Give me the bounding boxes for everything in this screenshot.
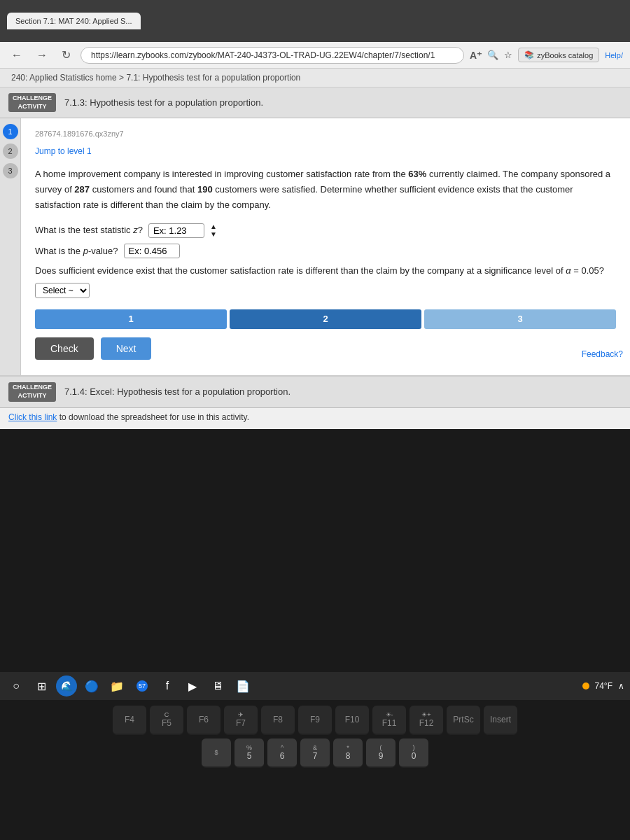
taskbar-right: 74°F ∧ [582, 681, 624, 691]
start-button[interactable]: ○ [6, 676, 27, 696]
key-6[interactable]: ^6 [267, 738, 297, 768]
taskbar-expand-icon[interactable]: ∧ [618, 681, 624, 691]
key-9[interactable]: (9 [366, 738, 396, 768]
back-button[interactable]: ← [7, 48, 27, 63]
key-f7[interactable]: ✈F7 [224, 706, 258, 735]
spinner-control[interactable]: ▲ ▼ [210, 223, 217, 238]
question-1-label: What is the test statistic z? [35, 223, 143, 238]
tab-bar: Section 7.1: MAT 240: Applied S... [7, 13, 623, 29]
taskbar: ○ ⊞ 🌊 🔵 📁 57 f ▶ 🖥 📄 74°F ∧ [0, 672, 630, 700]
key-dollar[interactable]: $ [202, 738, 231, 768]
address-bar[interactable]: https://learn.zybooks.com/zybook/MAT-240… [80, 47, 464, 64]
breadcrumb: 240: Applied Statistics home > 7.1: Hypo… [0, 69, 630, 88]
challenge-label-2: CHALLENGE ACTIVITY [8, 382, 56, 401]
challenge-title-2: 7.1.4: Excel: Hypothesis test for a popu… [64, 386, 290, 397]
side-panel: 1 2 3 [0, 118, 21, 375]
taskbar-grid-icon[interactable]: ⊞ [31, 676, 52, 696]
satisfied-count: 190 [197, 184, 213, 195]
bookmark-icon[interactable]: ☆ [504, 50, 512, 60]
p-value-input[interactable] [124, 244, 180, 258]
question-3-label: Does sufficient evidence exist that the … [35, 264, 604, 279]
zybooks-catalog-button[interactable]: 📚 zyBooks catalog [518, 48, 599, 62]
search-icon[interactable]: 🔍 [487, 50, 498, 60]
question-3-row: Does sufficient evidence exist that the … [35, 264, 616, 298]
progress-bar: 1 2 3 [35, 309, 616, 329]
jump-to-level-link[interactable]: Jump to level 1 [35, 145, 616, 158]
refresh-button[interactable]: ↻ [57, 47, 75, 63]
taskbar-files-icon[interactable]: 📁 [106, 676, 127, 696]
progress-segment-1[interactable]: 1 [35, 309, 227, 329]
test-statistic-input[interactable] [148, 223, 204, 238]
key-f6[interactable]: F6 [187, 706, 220, 735]
key-f8[interactable]: F8 [261, 706, 295, 735]
side-number-1[interactable]: 1 [3, 124, 18, 139]
spinner-down-icon[interactable]: ▼ [210, 230, 217, 238]
challenge-activity-header: CHALLENGE ACTIVITY 7.1.3: Hypothesis tes… [0, 88, 630, 118]
percent-value: 63% [408, 169, 426, 179]
taskbar-fb-icon[interactable]: f [157, 676, 178, 696]
key-f10[interactable]: F10 [335, 706, 369, 735]
spinner-up-icon[interactable]: ▲ [210, 223, 217, 230]
side-number-3[interactable]: 3 [3, 163, 18, 178]
key-f12[interactable]: ☀+F12 [410, 706, 443, 735]
active-tab[interactable]: Section 7.1: MAT 240: Applied S... [7, 13, 141, 29]
taskbar-edge-icon[interactable]: 🌊 [56, 676, 77, 696]
question-2-label: What is the p-value? [35, 244, 118, 259]
check-button[interactable]: Check [35, 337, 94, 360]
download-text: to download the spreadsheet for use in t… [59, 412, 249, 422]
problem-text: A home improvement company is interested… [35, 167, 616, 213]
evidence-select[interactable]: Select ~ Yes No [35, 283, 90, 298]
survey-count: 287 [74, 184, 90, 195]
keyboard: F4 CF5 F6 ✈F7 F8 F9 F10 ☀-F11 ☀+F12 PrtS… [0, 700, 630, 840]
activity-area: 1 2 3 287674.1891676.qx3zny7 Jump to lev… [0, 118, 630, 375]
progress-segment-2[interactable]: 2 [230, 309, 421, 329]
address-bar-row: ← → ↻ https://learn.zybooks.com/zybook/M… [0, 42, 630, 69]
question-2-row: What is the p-value? [35, 244, 616, 258]
keyboard-num-row: $ %5 ^6 &7 *8 (9 )0 [6, 738, 624, 768]
challenge-activity-header-2: CHALLENGE ACTIVITY 7.1.4: Excel: Hypothe… [0, 375, 630, 407]
challenge-label: CHALLENGE ACTIVITY [8, 93, 56, 112]
browser-chrome: Section 7.1: MAT 240: Applied S... [0, 0, 630, 42]
taskbar-badge-icon[interactable]: 57 [132, 676, 153, 696]
taskbar-doc-icon[interactable]: 📄 [232, 676, 253, 696]
question-1-row: What is the test statistic z? ▲ ▼ [35, 223, 616, 238]
key-0[interactable]: )0 [399, 738, 428, 768]
taskbar-monitor-icon[interactable]: 🖥 [207, 676, 228, 696]
download-section: Click this link to download the spreadsh… [0, 408, 630, 429]
taskbar-play-icon[interactable]: ▶ [182, 676, 203, 696]
download-spreadsheet-link[interactable]: Click this link [8, 412, 57, 422]
profile-icon: A⁺ [470, 50, 482, 61]
key-f4[interactable]: F4 [113, 706, 146, 735]
key-8[interactable]: *8 [333, 738, 363, 768]
key-prtsc[interactable]: PrtSc [447, 706, 480, 735]
help-button[interactable]: Help/ [605, 51, 623, 59]
progress-segment-3[interactable]: 3 [424, 309, 616, 329]
feedback-link[interactable]: Feedback? [582, 348, 623, 361]
forward-button[interactable]: → [32, 48, 52, 63]
activity-id: 287674.1891676.qx3zny7 [35, 128, 616, 141]
keyboard-fn-row: F4 CF5 F6 ✈F7 F8 F9 F10 ☀-F11 ☀+F12 PrtS… [6, 706, 624, 735]
taskbar-chrome-icon[interactable]: 🔵 [81, 676, 102, 696]
next-button[interactable]: Next [101, 337, 152, 360]
taskbar-badge: 57 [136, 680, 148, 692]
key-7[interactable]: &7 [300, 738, 330, 768]
weather-icon [582, 682, 589, 690]
key-f5[interactable]: CF5 [150, 706, 183, 735]
key-f9[interactable]: F9 [298, 706, 332, 735]
weather-temp: 74°F [595, 681, 612, 691]
key-5[interactable]: %5 [234, 738, 264, 768]
challenge-title: 7.1.3: Hypothesis test for a population … [64, 97, 263, 108]
button-row: Check Next [35, 337, 616, 360]
key-f11[interactable]: ☀-F11 [372, 706, 406, 735]
zybooks-icon: 📚 [524, 50, 534, 59]
toolbar-right: A⁺ 🔍 ☆ 📚 zyBooks catalog Help/ [470, 48, 623, 62]
side-number-2[interactable]: 2 [3, 144, 18, 159]
key-insert[interactable]: Insert [484, 706, 517, 735]
activity-content: 287674.1891676.qx3zny7 Jump to level 1 A… [21, 118, 630, 375]
